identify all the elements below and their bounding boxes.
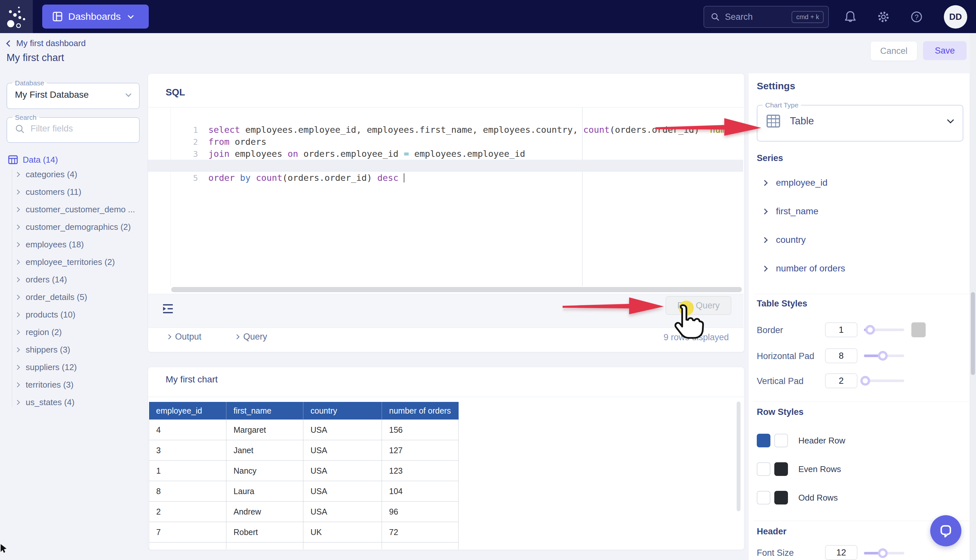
row-style-label: Header Row: [798, 436, 846, 446]
settings-gear-icon[interactable]: [876, 10, 891, 24]
row-style-color-swatch[interactable]: [774, 434, 788, 447]
logo-dots-icon: [0, 0, 33, 33]
code-line[interactable]: 3join employees on orders.employee_id = …: [148, 136, 743, 148]
sidebar-table-item[interactable]: employee_territories (2): [16, 253, 145, 271]
table-cell: Andrew: [226, 502, 304, 522]
chart-type-select[interactable]: Chart Type Table: [757, 101, 963, 142]
sql-code-editor[interactable]: 1select employees.employee_id, employees…: [148, 112, 743, 286]
table-cell: 123: [382, 461, 459, 481]
page-title: My first chart: [7, 52, 64, 63]
cancel-button[interactable]: Cancel: [871, 41, 917, 61]
app-logo[interactable]: [0, 0, 33, 33]
format-code-icon[interactable]: [162, 303, 174, 315]
slider-handle[interactable]: [865, 325, 875, 335]
code-line[interactable]: 2from orders: [148, 124, 743, 136]
sidebar-table-item[interactable]: customer_demographics (2): [16, 218, 145, 236]
sidebar-table-item[interactable]: customers (11): [16, 183, 145, 201]
table-row: 3JanetUSA127: [149, 440, 459, 461]
series-item[interactable]: first_name: [762, 203, 958, 220]
series-item[interactable]: number of orders: [762, 260, 958, 277]
border-input[interactable]: [825, 322, 858, 337]
table-vertical-scrollbar[interactable]: [737, 402, 741, 511]
run-query-button[interactable]: Run Query: [666, 296, 731, 315]
sidebar-table-item[interactable]: employees (18): [16, 236, 145, 253]
vertical-pad-slider[interactable]: [864, 380, 904, 382]
table-name-label: territories (3): [26, 380, 73, 390]
sidebar-table-item[interactable]: order_details (5): [16, 288, 145, 306]
chevron-left-icon: [6, 40, 13, 47]
row-style-color-swatch[interactable]: [757, 462, 771, 476]
tree-guide-line: [12, 170, 12, 407]
support-chat-button[interactable]: [930, 515, 961, 547]
border-slider[interactable]: [864, 328, 904, 331]
data-tree-root[interactable]: Data (14): [8, 155, 58, 165]
sidebar-table-item[interactable]: suppliers (12): [16, 358, 145, 376]
font-size-input[interactable]: [825, 545, 858, 560]
chevron-down-icon: [128, 13, 133, 18]
code-line[interactable]: 5order by count(orders.order_id) desc: [148, 160, 743, 172]
click-highlight-circle: [679, 301, 694, 315]
table-cell: 1: [149, 461, 226, 481]
query-section-toggle[interactable]: Query: [235, 332, 267, 342]
border-color-swatch[interactable]: [911, 322, 926, 337]
breadcrumb-back-link[interactable]: My first dashboard: [7, 38, 86, 48]
chevron-right-icon: [15, 365, 20, 370]
editor-horizontal-scrollbar[interactable]: [171, 287, 742, 292]
notifications-bell-icon[interactable]: [843, 10, 858, 24]
row-style-color-swatch[interactable]: [774, 462, 788, 476]
series-item[interactable]: employee_id: [762, 174, 958, 192]
slider-handle[interactable]: [878, 548, 888, 558]
help-icon[interactable]: ?: [909, 10, 924, 24]
column-header[interactable]: first_name: [226, 402, 304, 420]
app-window: Dashboards cmd + k ? DD My first dashbo: [0, 0, 976, 560]
row-style-color-swatch[interactable]: [757, 491, 771, 505]
column-header[interactable]: employee_id: [149, 402, 226, 420]
horizontal-pad-slider[interactable]: [864, 355, 904, 357]
slider-handle[interactable]: [860, 376, 870, 386]
output-section-toggle[interactable]: Output: [167, 332, 201, 342]
horizontal-pad-input[interactable]: [825, 348, 858, 363]
chevron-right-icon: [166, 334, 172, 340]
sidebar-table-item[interactable]: territories (3): [16, 376, 145, 393]
row-style-color-swatch[interactable]: [757, 434, 771, 447]
page-scrollbar-thumb[interactable]: [971, 292, 975, 375]
result-table: employee_idfirst_namecountrynumber of or…: [149, 402, 459, 549]
table-cell: USA: [304, 420, 382, 440]
mouse-cursor-artifact: [1, 544, 9, 554]
query-toggle-label: Query: [243, 332, 267, 342]
font-size-slider[interactable]: [864, 552, 904, 555]
fields-filter[interactable]: Search: [7, 113, 140, 143]
sidebar-table-item[interactable]: us_states (4): [16, 393, 145, 411]
database-select[interactable]: Database My First Database: [7, 79, 140, 109]
settings-panel: [749, 73, 969, 560]
table-cell: 7: [149, 522, 226, 542]
row-style-color-swatch[interactable]: [774, 491, 788, 505]
fields-filter-input[interactable]: [30, 123, 122, 134]
sidebar-table-item[interactable]: customer_customer_demo ...: [16, 201, 145, 218]
code-line[interactable]: 1select employees.employee_id, employees…: [148, 112, 743, 124]
table-cell: 104: [382, 481, 459, 502]
sidebar-table-item[interactable]: categories (4): [16, 165, 145, 183]
column-header[interactable]: country: [304, 402, 382, 420]
table-cell: Nancy: [226, 461, 304, 481]
table-cell: Janet: [226, 440, 304, 461]
chevron-down-icon: [125, 91, 131, 97]
user-avatar[interactable]: DD: [944, 5, 967, 28]
chat-bubble-icon: [938, 522, 954, 539]
vertical-pad-input[interactable]: [825, 373, 858, 388]
series-label: employee_id: [776, 178, 828, 188]
table-cell: Margaret: [226, 420, 304, 440]
sidebar-table-item[interactable]: region (2): [16, 323, 145, 341]
series-item[interactable]: country: [762, 231, 958, 249]
global-search-input[interactable]: [724, 12, 791, 22]
save-button[interactable]: Save: [923, 41, 967, 60]
table-name-label: us_states (4): [26, 397, 74, 407]
sidebar-table-item[interactable]: shippers (3): [16, 341, 145, 358]
column-header[interactable]: number of orders: [382, 402, 459, 420]
code-line[interactable]: 4group by employees.employee_id, employe…: [148, 148, 743, 160]
dashboards-menu-button[interactable]: Dashboards: [42, 5, 149, 28]
sidebar-table-item[interactable]: orders (14): [16, 271, 145, 288]
global-search[interactable]: cmd + k: [704, 6, 829, 28]
sidebar-table-item[interactable]: products (10): [16, 306, 145, 323]
slider-handle[interactable]: [878, 351, 888, 361]
